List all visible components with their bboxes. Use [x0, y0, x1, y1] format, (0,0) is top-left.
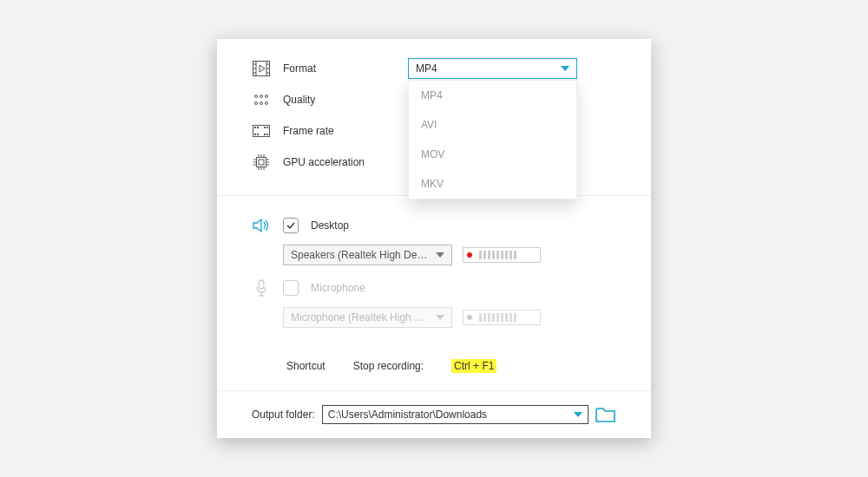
chevron-down-icon [574, 412, 582, 417]
mic-label: Microphone [311, 282, 365, 294]
shortcut-keys: Ctrl + F1 [451, 359, 496, 373]
desktop-audio-row: Desktop [252, 210, 616, 241]
format-select[interactable]: MP4 MP4 AVI MOV MKV [408, 58, 577, 79]
svg-marker-9 [260, 65, 265, 72]
chevron-down-icon [561, 66, 569, 71]
svg-rect-18 [257, 127, 259, 128]
format-option[interactable]: MKV [409, 169, 576, 199]
svg-marker-39 [253, 219, 261, 232]
output-row: Output folder: C:\Users\Administrator\Do… [217, 391, 651, 438]
format-label: Format [283, 62, 316, 75]
folder-icon[interactable] [595, 406, 616, 423]
mic-device-value: Microphone (Realtek High … [291, 311, 424, 323]
chevron-down-icon [436, 252, 444, 258]
shortcut-row: Shortcut Stop recording: Ctrl + F1 [252, 335, 616, 373]
mic-device-select[interactable]: Microphone (Realtek High … [283, 307, 452, 328]
output-label: Output folder: [252, 408, 315, 421]
framerate-label: Frame rate [283, 125, 334, 137]
mic-audio-row: Microphone [252, 272, 616, 304]
shortcut-label: Shortcut [286, 360, 326, 372]
svg-rect-19 [254, 134, 256, 135]
svg-point-12 [266, 95, 268, 98]
svg-point-10 [255, 95, 258, 98]
format-row: Format MP4 MP4 AVI MOV MKV [252, 53, 616, 84]
svg-rect-17 [254, 127, 256, 128]
svg-rect-25 [257, 158, 266, 167]
speaker-icon [253, 218, 270, 233]
desktop-device-row: Speakers (Realtek High De… [252, 245, 616, 265]
output-path-value: C:\Users\Administrator\Downloads [328, 408, 487, 421]
format-value: MP4 [416, 62, 437, 75]
shortcut-action: Stop recording: [353, 360, 424, 372]
format-option[interactable]: MOV [409, 140, 576, 169]
check-icon [286, 220, 296, 231]
quality-icon [253, 94, 269, 106]
svg-rect-24 [264, 134, 266, 135]
svg-rect-22 [264, 127, 266, 128]
desktop-device-select[interactable]: Speakers (Realtek High De… [283, 245, 452, 265]
svg-rect-26 [259, 160, 264, 165]
format-option[interactable]: MP4 [409, 81, 576, 110]
quality-label: Quality [283, 94, 315, 106]
chip-icon [253, 154, 269, 170]
svg-rect-21 [266, 127, 268, 128]
mic-checkbox[interactable] [283, 280, 299, 296]
chevron-down-icon [436, 315, 444, 320]
record-dot-icon [467, 315, 472, 320]
output-path-field[interactable]: C:\Users\Administrator\Downloads [322, 405, 589, 424]
format-dropdown: MP4 AVI MOV MKV [408, 80, 577, 199]
desktop-checkbox[interactable] [283, 218, 299, 233]
svg-rect-40 [259, 280, 264, 289]
svg-point-15 [266, 102, 268, 105]
settings-panel: Format MP4 MP4 AVI MOV MKV Quality [217, 39, 651, 438]
desktop-label: Desktop [311, 219, 349, 232]
svg-rect-23 [266, 134, 268, 135]
microphone-icon [254, 279, 268, 297]
svg-point-13 [255, 102, 258, 105]
mic-device-row: Microphone (Realtek High … [252, 307, 616, 328]
svg-point-11 [260, 95, 263, 98]
video-section: Format MP4 MP4 AVI MOV MKV Quality [217, 39, 651, 196]
format-option[interactable]: AVI [409, 110, 576, 140]
audio-section: Desktop Speakers (Realtek High De… Micro… [217, 196, 651, 391]
gpu-label: GPU acceleration [283, 156, 365, 168]
film-icon [253, 61, 270, 76]
desktop-level-meter [463, 247, 541, 263]
desktop-device-value: Speakers (Realtek High De… [291, 249, 427, 261]
record-dot-icon [467, 252, 472, 258]
framerate-icon [253, 125, 270, 137]
svg-rect-20 [257, 134, 259, 135]
svg-point-14 [260, 102, 263, 105]
mic-level-meter [463, 310, 541, 325]
